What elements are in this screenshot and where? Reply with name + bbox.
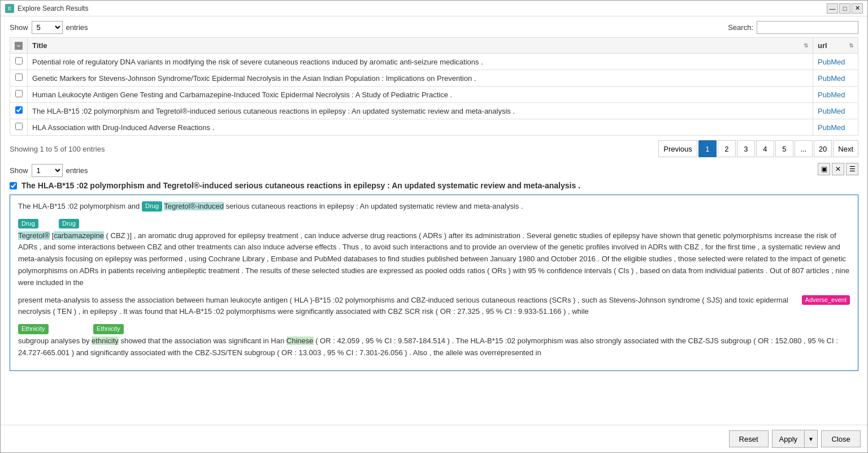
table-row: Potential role of regulatory DNA variant… xyxy=(10,54,858,70)
detail-title-checkbox[interactable] xyxy=(10,182,17,189)
next-button[interactable]: Next xyxy=(833,140,858,157)
para1-before: The HLA-B*15 :02 polymorphism and xyxy=(18,202,142,210)
app-icon: E xyxy=(5,4,14,13)
ethnicity-highlight-2: Chinese xyxy=(287,336,314,345)
entries-label: entries xyxy=(66,23,88,32)
table-controls-row: Show 5 1 2 10 25 50 100 entries Search: xyxy=(10,21,858,34)
deselect-all-icon[interactable]: − xyxy=(15,42,23,50)
pagination-row: Showing 1 to 5 of 100 entries Previous 1… xyxy=(10,140,858,157)
results-section: Show 5 1 2 10 25 50 100 entries Search: xyxy=(10,21,858,157)
previous-button[interactable]: Previous xyxy=(658,140,697,157)
title-sort-icon[interactable]: ⇅ xyxy=(804,42,808,49)
ethnicity-highlight-1: ethnicity xyxy=(92,336,119,345)
detail-controls-row: Show 1 2 5 entries ▣ ✕ ☰ xyxy=(10,163,858,178)
row-checkbox-4[interactable] xyxy=(15,123,23,130)
para1-after: serious cutaneous reactions in epilepsy … xyxy=(224,202,523,210)
apply-button-group: Apply ▼ xyxy=(772,430,818,448)
detail-section: Show 1 2 5 entries ▣ ✕ ☰ The HLA-B*1 xyxy=(10,163,858,371)
main-window: E Explore Search Results — □ ✕ Show 5 1 … xyxy=(0,0,868,453)
detail-para-2: Drug Drug Tegretol® [carbamazepine ( CBZ… xyxy=(18,218,850,289)
page-5-button[interactable]: 5 xyxy=(775,140,793,157)
table-row: HLA Association with Drug-Induced Advers… xyxy=(10,119,858,136)
search-input[interactable] xyxy=(757,21,858,34)
carbamazepine-highlight: carbamazepine xyxy=(54,231,104,240)
restore-button[interactable]: □ xyxy=(839,3,850,14)
tegretol-highlight-1: Tegretol®-induced xyxy=(164,202,224,210)
close-button[interactable]: ✕ xyxy=(852,3,863,14)
detail-toolbar: ▣ ✕ ☰ xyxy=(818,163,858,175)
page-4-button[interactable]: 4 xyxy=(756,140,774,157)
entries-select[interactable]: 5 1 2 10 25 50 100 xyxy=(32,21,63,34)
detail-para-1: The HLA-B*15 :02 polymorphism and Drug T… xyxy=(18,201,850,213)
drug-tag-3: Drug xyxy=(59,219,79,229)
pubmed-link-3[interactable]: PubMed xyxy=(818,107,845,115)
drug-tag-1: Drug xyxy=(142,201,162,212)
header-title-label: Title xyxy=(32,41,47,50)
row-checkbox-cell xyxy=(10,103,28,119)
show-label: Show xyxy=(10,23,28,32)
page-2-button[interactable]: 2 xyxy=(718,140,736,157)
window-controls: — □ ✕ xyxy=(827,3,863,14)
apply-dropdown-arrow[interactable]: ▼ xyxy=(804,430,817,447)
reset-button[interactable]: Reset xyxy=(729,430,769,447)
ethnicity-tag-2: Ethnicity xyxy=(93,324,124,334)
search-row: Search: xyxy=(728,21,858,34)
minimize-button[interactable]: — xyxy=(827,3,838,14)
row-url-cell: PubMed xyxy=(813,70,858,87)
pubmed-link-4[interactable]: PubMed xyxy=(818,123,845,132)
row-url-cell: PubMed xyxy=(813,119,858,136)
detail-title-text: The HLA-B*15 :02 polymorphism and Tegret… xyxy=(21,181,580,190)
apply-button[interactable]: Apply xyxy=(772,430,805,447)
row-checkbox-cell xyxy=(10,119,28,136)
row-url-cell: PubMed xyxy=(813,54,858,70)
header-checkbox-col: − xyxy=(10,38,28,54)
ethnicity-tag-1: Ethnicity xyxy=(18,324,49,334)
showing-text: Showing 1 to 5 of 100 entries xyxy=(10,145,105,153)
row-checkbox-cell xyxy=(10,87,28,103)
row-url-cell: PubMed xyxy=(813,87,858,103)
toolbar-btn-2[interactable]: ✕ xyxy=(832,163,844,175)
close-button-bottom[interactable]: Close xyxy=(821,430,861,447)
search-label: Search: xyxy=(728,23,753,32)
row-checkbox-2[interactable] xyxy=(15,90,23,97)
table-row: The HLA-B*15 :02 polymorphism and Tegret… xyxy=(10,103,858,119)
show-entries-group: Show 5 1 2 10 25 50 100 entries xyxy=(10,21,88,34)
adverse-event-tag: Adverse_event xyxy=(802,295,850,305)
page-20-button[interactable]: 20 xyxy=(814,140,832,157)
table-row: Genetic Markers for Stevens-Johnson Synd… xyxy=(10,70,858,87)
detail-show-entries: Show 1 2 5 entries xyxy=(10,164,88,177)
detail-entries-select[interactable]: 1 2 5 xyxy=(32,164,63,177)
row-checkbox-3[interactable] xyxy=(15,106,23,114)
pubmed-link-0[interactable]: PubMed xyxy=(818,58,845,66)
row-title-cell: The HLA-B*15 :02 polymorphism and Tegret… xyxy=(28,103,813,119)
pubmed-link-1[interactable]: PubMed xyxy=(818,74,845,83)
page-3-button[interactable]: 3 xyxy=(737,140,755,157)
row-checkbox-0[interactable] xyxy=(15,57,23,64)
detail-para-3: Adverse_event present meta-analysis to a… xyxy=(18,295,850,318)
row-checkbox-cell xyxy=(10,54,28,70)
detail-para-4: Ethnicity Ethnicity subgroup analyses by… xyxy=(18,323,850,359)
page-1-button[interactable]: 1 xyxy=(698,140,717,157)
pubmed-link-2[interactable]: PubMed xyxy=(818,90,845,99)
window-title: Explore Search Results xyxy=(18,5,827,12)
url-sort-icon[interactable]: ⇅ xyxy=(849,42,853,49)
table-row: Human Leukocyte Antigen Gene Testing and… xyxy=(10,87,858,103)
detail-entries-label: entries xyxy=(66,166,88,175)
row-title-cell: HLA Association with Drug-Induced Advers… xyxy=(28,119,813,136)
table-header-row: − Title ⇅ url ⇅ xyxy=(10,38,858,54)
toolbar-btn-1[interactable]: ▣ xyxy=(818,163,830,175)
pagination: Previous 1 2 3 4 5 ... 20 Next xyxy=(658,140,858,157)
title-bar: E Explore Search Results — □ ✕ xyxy=(1,1,867,16)
bottom-bar: Reset Apply ▼ Close xyxy=(1,425,867,452)
row-title-cell: Genetic Markers for Stevens-Johnson Synd… xyxy=(28,70,813,87)
row-checkbox-1[interactable] xyxy=(15,74,23,81)
detail-title-row: The HLA-B*15 :02 polymorphism and Tegret… xyxy=(10,181,858,190)
page-ellipsis[interactable]: ... xyxy=(795,140,813,157)
header-url-col: url ⇅ xyxy=(813,38,858,54)
window-content: Show 5 1 2 10 25 50 100 entries Search: xyxy=(1,16,867,425)
detail-content: The HLA-B*15 :02 polymorphism and Drug T… xyxy=(10,195,858,371)
drug-tag-2: Drug xyxy=(18,219,38,229)
row-checkbox-cell xyxy=(10,70,28,87)
results-table: − Title ⇅ url ⇅ xyxy=(10,37,858,136)
toolbar-btn-3[interactable]: ☰ xyxy=(846,163,858,175)
